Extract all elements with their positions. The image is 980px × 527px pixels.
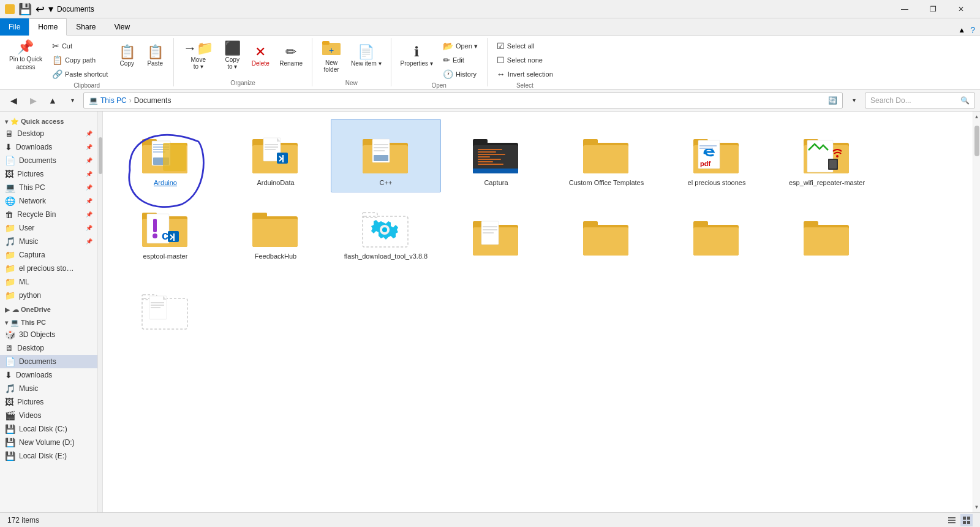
folder-item-cpp[interactable]: C++: [331, 119, 441, 192]
sidebar-item-desktop[interactable]: 🖥 Desktop 📌: [0, 127, 97, 140]
folder-item-r5[interactable]: [110, 266, 221, 339]
paste-shortcut-button[interactable]: 🔗 Paste shortcut: [48, 67, 112, 81]
move-to-button[interactable]: →📁 Moveto ▾: [179, 38, 217, 74]
sidebar-item-local-c[interactable]: 💾 Local Disk (C:): [0, 422, 97, 436]
this-pc2-label: 💻 This PC: [10, 319, 46, 327]
svg-rect-77: [483, 226, 497, 227]
svg-rect-70: [363, 213, 377, 218]
sidebar-item-desktop2[interactable]: 🖥 Desktop: [0, 341, 97, 355]
help-icon[interactable]: ?: [970, 25, 975, 35]
tab-view[interactable]: View: [105, 18, 139, 36]
folder-item-captura[interactable]: Captura: [441, 119, 551, 192]
sidebar-item-ml[interactable]: 📁 ML: [0, 275, 97, 289]
folder-item-flash-download[interactable]: flash_download_tool_v3.8.8: [331, 192, 441, 266]
quick-dropdown-icon[interactable]: ▾: [48, 3, 53, 15]
sidebar-item-user[interactable]: 📁 User 📌: [0, 221, 97, 235]
pictures-icon: 🖼: [5, 169, 13, 179]
folder-item-esp-wifi[interactable]: esp_wifi_repeater-master: [772, 119, 882, 192]
sidebar-section-onedrive[interactable]: ▶ ☁ OneDrive: [0, 302, 97, 315]
sidebar-item-downloads[interactable]: ⬇ Downloads 📌: [0, 140, 97, 154]
delete-button[interactable]: ✕ Delete: [247, 38, 274, 74]
folder-item-r1[interactable]: [441, 192, 551, 266]
sidebar-item-documents2[interactable]: 📄 Documents: [0, 355, 97, 368]
path-this-pc[interactable]: This PC: [100, 96, 127, 105]
sidebar-item-captura[interactable]: 📁 Captura: [0, 248, 97, 262]
file-area-scrollbar-thumb[interactable]: [974, 126, 979, 156]
svg-rect-81: [583, 221, 598, 227]
rename-button[interactable]: ✏ Rename: [275, 38, 307, 74]
new-folder-button[interactable]: + Newfolder: [317, 38, 345, 74]
new-item-button[interactable]: 📄 New item ▾: [347, 38, 385, 74]
back-button[interactable]: ◀: [5, 92, 22, 109]
sidebar-item-3d-objects[interactable]: 🎲 3D Objects: [0, 328, 97, 341]
invert-selection-button[interactable]: ↔ Invert selection: [492, 67, 557, 81]
scroll-up-button[interactable]: ▲: [973, 113, 980, 121]
local-e-icon: 💾: [5, 451, 15, 461]
sidebar-item-python[interactable]: 📁 python: [0, 289, 97, 302]
up-button[interactable]: ▲: [44, 92, 61, 109]
close-button[interactable]: ✕: [947, 0, 975, 18]
tab-share[interactable]: Share: [67, 18, 105, 36]
sidebar-item-pictures[interactable]: 🖼 Pictures 📌: [0, 167, 97, 181]
tab-home[interactable]: Home: [29, 18, 67, 36]
copy-to-button[interactable]: ⬛ Copyto ▾: [219, 38, 246, 74]
paste-button[interactable]: 📋 Paste: [141, 38, 168, 74]
folder-item-esptool[interactable]: c esptool-master: [110, 192, 221, 266]
copy-button[interactable]: 📋 Copy: [113, 38, 140, 74]
maximize-button[interactable]: ❐: [919, 0, 947, 18]
sidebar-item-videos[interactable]: 🎬 Videos: [0, 409, 97, 422]
sidebar-section-quick-access[interactable]: ▾ ⭐ Quick access: [0, 114, 97, 127]
forward-button[interactable]: ▶: [24, 92, 42, 109]
sidebar-item-local-e[interactable]: 💾 Local Disk (E:): [0, 449, 97, 463]
view-details-button[interactable]: [946, 514, 958, 526]
scroll-down-button[interactable]: ▼: [973, 503, 980, 511]
folder-item-r4[interactable]: [772, 192, 882, 266]
cut-button[interactable]: ✂ Cut: [48, 39, 112, 53]
folder-item-el-precious[interactable]: pdf el precious stoones: [662, 119, 772, 192]
properties-button[interactable]: ℹ Properties ▾: [396, 38, 437, 74]
sidebar-item-music[interactable]: 🎵 Music 📌: [0, 235, 97, 248]
sidebar-item-pictures2[interactable]: 🖼 Pictures: [0, 395, 97, 409]
tab-file[interactable]: File: [0, 18, 29, 36]
sidebar-item-recycle-bin[interactable]: 🗑 Recycle Bin 📌: [0, 208, 97, 221]
open-button[interactable]: 📂 Open ▾: [439, 39, 482, 53]
music2-label: Music: [19, 384, 38, 393]
sidebar-item-el-precious[interactable]: 📁 el precious stoon…: [0, 262, 97, 275]
r4-folder-icon: [802, 214, 851, 258]
view-large-icons-button[interactable]: [960, 514, 973, 526]
sidebar-item-music2[interactable]: 🎵 Music: [0, 382, 97, 395]
edit-button[interactable]: ✏ Edit: [439, 53, 482, 67]
folder-item-r3[interactable]: [662, 192, 772, 266]
pin-quick-access-button[interactable]: 📌 Pin to Quickaccess: [5, 38, 47, 74]
svg-rect-67: [252, 213, 267, 219]
search-dropdown-button[interactable]: ▾: [845, 92, 862, 109]
path-refresh-icon[interactable]: 🔄: [828, 96, 837, 105]
copy-path-button[interactable]: 📋 Copy path: [48, 53, 112, 67]
quick-undo-icon[interactable]: ↩: [36, 2, 45, 16]
history-button[interactable]: 🕐 History: [439, 67, 482, 81]
folder-item-arduinodata[interactable]: ArduinoData: [221, 119, 331, 192]
sidebar-scrollbar[interactable]: [98, 112, 103, 512]
select-all-button[interactable]: ☑ Select all: [492, 39, 557, 53]
sidebar-item-new-volume-d[interactable]: 💾 New Volume (D:): [0, 436, 97, 449]
address-path[interactable]: 💻 This PC › Documents 🔄: [83, 93, 843, 108]
folder-item-feedbackhub[interactable]: FeedbackHub: [221, 192, 331, 266]
folder-item-custom-office[interactable]: Custom Office Templates: [551, 119, 662, 192]
sidebar-item-this-pc[interactable]: 💻 This PC 📌: [0, 181, 97, 194]
sidebar-scrollbar-thumb[interactable]: [99, 137, 102, 174]
recent-locations-button[interactable]: ▾: [64, 92, 81, 109]
folder-item-arduino[interactable]: Arduino: [110, 119, 221, 192]
minimize-button[interactable]: —: [891, 0, 919, 18]
search-box[interactable]: Search Do... 🔍: [865, 93, 975, 108]
sidebar-item-downloads2[interactable]: ⬇ Downloads: [0, 368, 97, 382]
sidebar-item-network[interactable]: 🌐 Network 📌: [0, 194, 97, 208]
folder-item-r2[interactable]: [551, 192, 662, 266]
documents2-icon: 📄: [5, 357, 15, 366]
select-none-button[interactable]: ☐ Select none: [492, 53, 557, 67]
path-documents[interactable]: Documents: [134, 96, 172, 105]
quick-toolbar-icon[interactable]: 💾: [18, 2, 32, 16]
file-area-scrollbar[interactable]: ▲ ▼: [973, 112, 980, 512]
ribbon-collapse-icon[interactable]: ▲: [958, 26, 965, 34]
sidebar-item-documents[interactable]: 📄 Documents 📌: [0, 154, 97, 167]
sidebar-section-this-pc2[interactable]: ▾ 💻 This PC: [0, 315, 97, 328]
